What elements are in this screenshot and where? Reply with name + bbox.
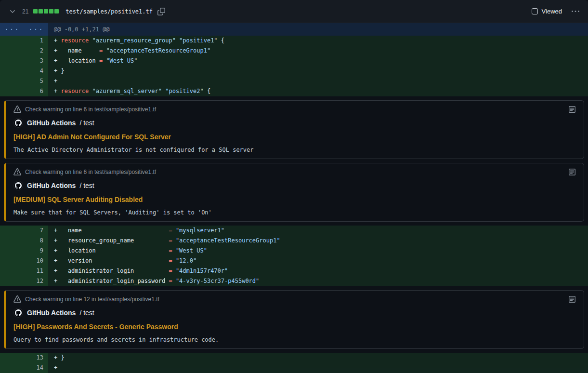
code-line: + location = "West US" xyxy=(48,56,588,66)
check-run-link[interactable]: GitHub Actions / test xyxy=(13,181,576,190)
kebab-horizontal-icon xyxy=(572,8,579,15)
diff-line: 12+ administrator_login_password = "4-v3… xyxy=(0,276,588,286)
github-mark-icon xyxy=(15,309,22,316)
diff-view: { "colors": { "addition_green": "#3fb950… xyxy=(0,0,588,373)
annotation-settings-button[interactable] xyxy=(568,106,576,113)
diff-line: 14+ xyxy=(0,363,588,373)
hunk-gutter: ··· ··· xyxy=(0,23,48,36)
old-line-number[interactable] xyxy=(0,266,24,276)
viewed-label: Viewed xyxy=(542,8,562,15)
new-line-number[interactable]: 6 xyxy=(24,86,48,96)
hunk-header-row: ··· ··· @@ -0,0 +1,21 @@ xyxy=(0,23,588,36)
expand-diff-down-button[interactable]: ··· xyxy=(24,23,48,36)
annotation-title: [HIGH] AD Admin Not Configured For SQL S… xyxy=(13,133,576,141)
new-line-number[interactable]: 7 xyxy=(24,226,48,236)
check-annotation: Check warning on line 6 in test/samples/… xyxy=(4,163,584,222)
viewed-checkbox[interactable] xyxy=(532,8,538,14)
new-line-number[interactable]: 1 xyxy=(24,36,48,46)
check-annotation: Check warning on line 12 in test/samples… xyxy=(4,290,584,349)
old-line-number[interactable] xyxy=(0,86,24,96)
diff-line: 6+ resource "azurerm_sql_server" "positi… xyxy=(0,86,588,96)
new-line-number[interactable]: 13 xyxy=(24,353,48,363)
diff-line: 10+ version = "12.0" xyxy=(0,256,588,266)
annotation-icon xyxy=(568,295,576,303)
file-options-button[interactable] xyxy=(571,7,580,16)
old-line-number[interactable] xyxy=(0,276,24,286)
diff-line: 9+ location = "West US" xyxy=(0,246,588,256)
code-line: + location = "West US" xyxy=(48,246,588,256)
check-suite-name: GitHub Actions xyxy=(27,309,76,317)
annotation-settings-button[interactable] xyxy=(568,295,576,303)
annotation-header: Check warning on line 6 in test/samples/… xyxy=(13,106,576,113)
new-line-number[interactable]: 8 xyxy=(24,236,48,246)
changed-lines-count: 21 xyxy=(22,8,28,15)
new-line-number[interactable]: 10 xyxy=(24,256,48,266)
diff-line: 13+ } xyxy=(0,353,588,363)
collapse-file-button[interactable] xyxy=(8,7,17,16)
annotation-icon xyxy=(568,168,576,176)
old-line-number[interactable] xyxy=(0,226,24,236)
diff-line: 2+ name = "acceptanceTestResourceGroup1" xyxy=(0,46,588,56)
expand-diff-up-button[interactable]: ··· xyxy=(0,23,24,36)
annotation-settings-button[interactable] xyxy=(568,168,576,176)
new-line-number[interactable]: 9 xyxy=(24,246,48,256)
annotation-header-text: Check warning on line 6 in test/samples/… xyxy=(25,169,156,175)
diff-line: 11+ administrator_login = "4dm1n157r470r… xyxy=(0,266,588,276)
chevron-down-icon xyxy=(9,8,16,15)
copy-path-button[interactable] xyxy=(157,7,166,16)
annotation-title: [MEDIUM] SQL Server Auditing Disabled xyxy=(13,195,576,204)
viewed-toggle[interactable]: Viewed xyxy=(532,8,562,15)
diff-line: 8+ resource_group_name = "acceptanceTest… xyxy=(0,236,588,246)
old-line-number[interactable] xyxy=(0,246,24,256)
old-line-number[interactable] xyxy=(0,46,24,56)
old-line-number[interactable] xyxy=(0,363,24,373)
github-mark-icon xyxy=(15,120,22,126)
github-actions-avatar xyxy=(13,118,23,128)
new-line-number[interactable]: 12 xyxy=(24,276,48,286)
code-line: + name = "acceptanceTestResourceGroup1" xyxy=(48,46,588,56)
copy-icon xyxy=(157,8,165,15)
new-line-number[interactable]: 14 xyxy=(24,363,48,373)
new-line-number[interactable]: 11 xyxy=(24,266,48,276)
github-actions-avatar xyxy=(13,181,23,190)
old-line-number[interactable] xyxy=(0,76,24,86)
diff-line: 4+ } xyxy=(0,66,588,76)
new-line-number[interactable]: 3 xyxy=(24,56,48,66)
check-run-name: / test xyxy=(79,309,94,317)
diff-line: 1+ resource "azurerm_resource_group" "po… xyxy=(0,36,588,46)
old-line-number[interactable] xyxy=(0,256,24,266)
check-suite-name: GitHub Actions xyxy=(27,119,76,127)
github-mark-icon xyxy=(15,182,22,189)
new-line-number[interactable]: 4 xyxy=(24,66,48,76)
old-line-number[interactable] xyxy=(0,66,24,76)
file-path-link[interactable]: test/samples/positive1.tf xyxy=(65,8,153,15)
old-line-number[interactable] xyxy=(0,56,24,66)
annotation-icon xyxy=(568,106,576,113)
annotation-description: The Active Directory Administrator is no… xyxy=(13,146,576,154)
code-line: + name = "mysqlserver1" xyxy=(48,226,588,236)
warning-icon xyxy=(13,295,21,303)
annotation-header-text: Check warning on line 6 in test/samples/… xyxy=(25,106,156,113)
check-annotation: Check warning on line 6 in test/samples/… xyxy=(4,100,584,159)
code-line: + administrator_login_password = "4-v3ry… xyxy=(48,276,588,286)
file-header: 21 test/samples/positive1.tf Viewed xyxy=(0,0,588,23)
old-line-number[interactable] xyxy=(0,236,24,246)
diff-group-2: 7+ name = "mysqlserver1" 8+ resource_gro… xyxy=(0,226,588,286)
diff-group-3: 13+ } 14+ xyxy=(0,353,588,373)
annotation-header-text: Check warning on line 12 in test/samples… xyxy=(25,296,159,303)
check-run-link[interactable]: GitHub Actions / test xyxy=(13,118,576,128)
old-line-number[interactable] xyxy=(0,353,24,363)
new-line-number[interactable]: 5 xyxy=(24,76,48,86)
check-run-name: / test xyxy=(79,182,94,189)
check-run-link[interactable]: GitHub Actions / test xyxy=(13,308,576,318)
code-line: + } xyxy=(48,353,588,363)
diff-line: 3+ location = "West US" xyxy=(0,56,588,66)
annotation-description: Query to find passwords and secrets in i… xyxy=(13,336,576,344)
old-line-number[interactable] xyxy=(0,36,24,46)
file-header-actions: Viewed xyxy=(532,7,580,16)
github-actions-avatar xyxy=(13,308,23,318)
annotation-description: Make sure that for SQL Servers, 'Auditin… xyxy=(13,209,576,216)
annotation-title: [HIGH] Passwords And Secrets - Generic P… xyxy=(13,322,576,331)
new-line-number[interactable]: 2 xyxy=(24,46,48,56)
code-line: + version = "12.0" xyxy=(48,256,588,266)
